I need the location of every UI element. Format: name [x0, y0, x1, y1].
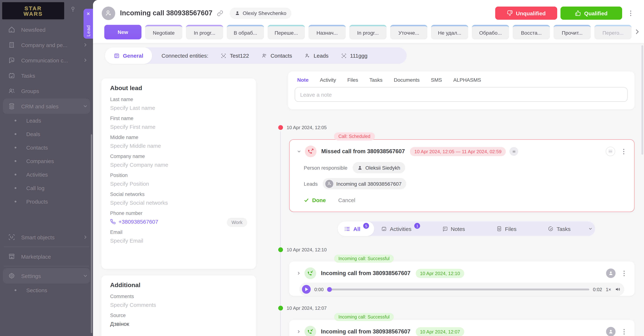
stage-obrabotka[interactable]: Обрабо... [472, 25, 509, 39]
person-responsible-chip[interactable]: Oleksii Siedykh [353, 162, 405, 173]
filter-notes[interactable]: Notes [427, 226, 480, 232]
filter-files[interactable]: Files [480, 226, 533, 232]
stage-ne-udalos[interactable]: Не удал... [431, 25, 468, 39]
lead-panel-tab[interactable]: ✕ Lead [84, 9, 93, 39]
stage-pereshel[interactable]: Переше... [268, 25, 305, 39]
stage-v-obrabotke[interactable]: В обраб... [227, 25, 264, 39]
close-icon[interactable]: ✕ [86, 9, 90, 17]
sidebar-item-newsfeed[interactable]: Newsfeed [0, 22, 93, 37]
field-placeholder[interactable]: Specify Last name [110, 105, 247, 111]
tab-111ggg[interactable]: 111ggg [341, 53, 368, 59]
attachment-thumbnail[interactable] [606, 147, 615, 156]
stage-prochitano[interactable]: Прочит... [554, 25, 591, 39]
activity-title[interactable]: Incoming call from 380938567607 [321, 328, 410, 335]
smart-object-icon [221, 53, 227, 59]
stage-in-progress-2[interactable]: In progr... [349, 25, 386, 39]
tab-tasks[interactable]: Tasks [370, 77, 382, 83]
field-placeholder[interactable]: Specify Social networks [110, 200, 247, 206]
activity-title[interactable]: Incoming call from 380938567607 [321, 270, 410, 276]
qualified-button[interactable]: Qualified [560, 7, 622, 20]
sidebar-item-leads[interactable]: Leads [0, 114, 93, 127]
sidebar-item-smart-objects[interactable]: Smart objects [0, 229, 93, 245]
more-options-icon[interactable] [620, 326, 628, 336]
audio-progress-thumb[interactable] [327, 287, 332, 292]
description-icon[interactable] [510, 147, 518, 156]
more-options-icon[interactable] [620, 146, 628, 157]
sidebar-item-marketplace[interactable]: Marketplace [0, 249, 93, 264]
tab-test122[interactable]: Test122 [221, 53, 249, 59]
responsible-chip[interactable]: Olexiy Shevchenko [230, 8, 292, 19]
note-input[interactable] [295, 87, 628, 102]
unqualified-button[interactable]: Unqualified [495, 7, 557, 20]
stage-utochnenie[interactable]: Уточне... [390, 25, 428, 39]
field-placeholder[interactable]: Specify First name [110, 124, 247, 130]
sidebar-item-crm-and-sales[interactable]: CRM and sales [3, 99, 90, 114]
tab-leads[interactable]: Leads [304, 53, 328, 59]
sidebar-item-deals[interactable]: Deals [0, 127, 93, 141]
tab-files[interactable]: Files [347, 77, 358, 83]
app-logo[interactable]: STAR WARS [2, 2, 64, 19]
more-options-icon[interactable] [626, 8, 634, 18]
sidebar-item-companies[interactable]: Companies [0, 154, 93, 168]
avatar[interactable] [606, 327, 616, 336]
link-icon[interactable] [217, 10, 223, 16]
stage-naznachen[interactable]: Назнач... [308, 25, 346, 39]
tab-general[interactable]: General [105, 48, 152, 64]
chevron-right-icon[interactable] [296, 271, 301, 275]
about-lead-card: About lead Last name Specify Last name F… [102, 79, 256, 269]
field-placeholder[interactable]: Specify Middle name [110, 143, 247, 149]
field-placeholder[interactable]: Specify Position [110, 181, 247, 187]
sidebar-item-sections[interactable]: Sections [0, 283, 93, 297]
stage-in-progress-1[interactable]: In progr... [186, 25, 223, 39]
stage-new[interactable]: New [104, 25, 142, 39]
chevron-down-icon[interactable] [586, 227, 595, 231]
tab-contacts[interactable]: Contacts [262, 53, 292, 59]
filter-activities[interactable]: Activities 1 [374, 226, 427, 232]
tab-note[interactable]: Note [297, 77, 308, 83]
sidebar-item-communication-channels[interactable]: Communication c... [0, 53, 93, 68]
sidebar-item-groups[interactable]: Groups [0, 83, 93, 99]
sidebar-item-tasks[interactable]: Tasks [0, 68, 93, 83]
field-value[interactable]: Дзвінок [110, 321, 247, 327]
audio-progress-bar[interactable] [327, 288, 589, 290]
filter-count-badge: 1 [414, 223, 420, 229]
chevron-right-icon[interactable] [296, 329, 301, 334]
volume-icon[interactable] [615, 286, 621, 292]
missed-call-card: Missed call from 380938567607 10 Apr 202… [289, 139, 634, 212]
tab-activity[interactable]: Activity [320, 77, 336, 83]
stage-peregovory[interactable]: Перего... [594, 25, 632, 39]
sidebar-item-label: Company and pe... [21, 42, 83, 48]
phone-icon [110, 219, 116, 224]
field-placeholder[interactable]: Specify Company name [110, 162, 247, 168]
tab-sms[interactable]: SMS [431, 77, 442, 83]
audio-rate-button[interactable]: 1× [606, 286, 611, 292]
filter-all[interactable]: All 5 [338, 221, 374, 236]
stage-negotiate[interactable]: Negotiate [145, 25, 182, 39]
tab-alphasms[interactable]: ALPHASMS [453, 77, 481, 83]
field-label: Middle name [110, 135, 247, 140]
panel-scrollbar[interactable] [642, 45, 643, 155]
field-social-networks: Social networks Specify Social networks [110, 192, 247, 206]
filter-tasks[interactable]: Tasks [533, 226, 586, 232]
sidebar-scrollbar[interactable] [91, 134, 92, 333]
lead-chip[interactable]: Incoming call 380938567607 [323, 178, 406, 189]
sidebar-item-call-log[interactable]: Call log [0, 181, 93, 195]
sidebar-item-contacts[interactable]: Contacts [0, 141, 93, 154]
play-button[interactable] [302, 285, 311, 294]
done-button[interactable]: Done [304, 197, 326, 203]
avatar[interactable] [606, 268, 616, 278]
sidebar-item-products[interactable]: Products [0, 195, 93, 208]
stage-vosstanovlenie[interactable]: Восста... [513, 25, 550, 39]
stages-scroll-right-icon[interactable] [634, 29, 640, 35]
tab-documents[interactable]: Documents [394, 77, 420, 83]
sidebar-item-company-and-people[interactable]: Company and pe... [0, 37, 93, 53]
sidebar-item-activities[interactable]: Activities [0, 168, 93, 181]
chevron-down-icon[interactable] [297, 149, 301, 154]
cancel-button[interactable]: Cancel [338, 197, 355, 203]
sidebar-item-settings[interactable]: Settings [3, 268, 90, 283]
activity-title[interactable]: Missed call from 380938567607 [321, 148, 405, 155]
field-placeholder[interactable]: Specify Comments [110, 302, 247, 308]
field-placeholder[interactable]: Specify Email [110, 237, 247, 244]
pin-icon[interactable] [69, 6, 76, 13]
more-options-icon[interactable] [620, 268, 628, 278]
